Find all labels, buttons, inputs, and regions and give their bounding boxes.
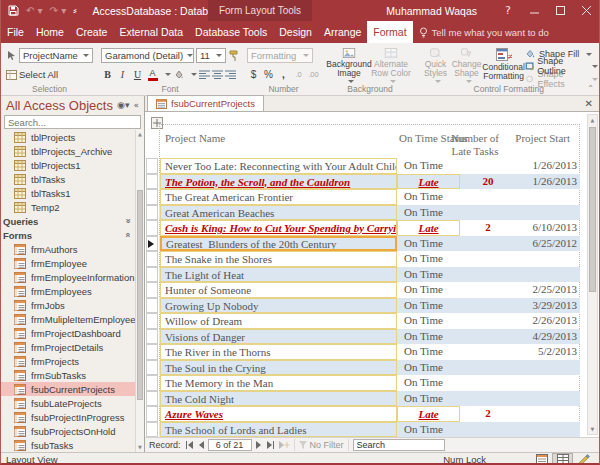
cell-on-time-status[interactable]: Late xyxy=(397,174,460,190)
customize-qat-icon[interactable]: ⸗ xyxy=(73,6,76,16)
font-size-combo[interactable]: 11 xyxy=(196,48,226,63)
cell-late-tasks[interactable] xyxy=(460,298,516,314)
record-selector[interactable] xyxy=(146,375,158,391)
cell-project-start[interactable] xyxy=(516,205,578,221)
table-row[interactable]: Never Too Late: Reconnecting with Your A… xyxy=(159,158,580,174)
menu-tab-design[interactable]: Design xyxy=(273,21,318,43)
cell-on-time-status[interactable]: On Time xyxy=(397,360,460,376)
cell-on-time-status[interactable]: On Time xyxy=(397,158,460,174)
form-scrollbar[interactable]: ▲ ▼ xyxy=(587,114,598,435)
maximize-button[interactable] xyxy=(547,0,573,21)
table-row[interactable]: The Cold NightOn Time xyxy=(159,391,580,407)
fill-color-icon[interactable] xyxy=(173,69,185,81)
menu-tab-create[interactable]: Create xyxy=(70,21,114,43)
scroll-thumb[interactable] xyxy=(589,127,596,292)
cell-project-name[interactable]: The Cold Night xyxy=(160,391,397,407)
cell-project-start[interactable] xyxy=(516,375,578,391)
record-selector[interactable] xyxy=(146,298,158,314)
sidebar-item-frmprojects[interactable]: frmProjects xyxy=(1,354,144,368)
table-row[interactable]: The Great American FrontierOn Time xyxy=(159,189,580,205)
table-row[interactable]: The Snake in the ShoresOn Time xyxy=(159,251,580,267)
cell-on-time-status[interactable]: On Time xyxy=(397,267,460,283)
font-name-combo[interactable]: Garamond (Detail) xyxy=(101,48,194,63)
close-button[interactable] xyxy=(573,0,599,21)
sidebar-item-tblprojects1[interactable]: tblProjects1 xyxy=(1,158,144,172)
cell-project-name[interactable]: The Light of Heat xyxy=(160,267,397,283)
sidebar-item-frmemployeeinformation[interactable]: frmEmployeeInformation xyxy=(1,270,144,284)
menu-tab-format[interactable]: Format xyxy=(367,21,412,43)
cell-project-name[interactable]: Greatest Blunders of the 20th Century xyxy=(160,236,397,252)
cell-late-tasks[interactable] xyxy=(460,282,516,298)
previous-record-button[interactable] xyxy=(198,441,204,449)
menu-tab-database-tools[interactable]: Database Tools xyxy=(189,21,273,43)
sidebar-item-tblprojects[interactable]: tblProjects xyxy=(1,130,144,144)
cell-on-time-status[interactable]: On Time xyxy=(397,375,460,391)
record-selector[interactable] xyxy=(146,313,158,329)
background-image-button[interactable]: Background Image xyxy=(328,46,370,83)
cell-on-time-status[interactable]: On Time xyxy=(397,282,460,298)
sidebar-item-frmsubtasks[interactable]: frmSubTasks xyxy=(1,368,144,382)
cell-late-tasks[interactable] xyxy=(460,205,516,221)
cell-project-name[interactable]: Never Too Late: Reconnecting with Your A… xyxy=(160,158,397,174)
sidebar-item-frmjobs[interactable]: frmJobs xyxy=(1,298,144,312)
cell-project-name[interactable]: Visions of Danger xyxy=(160,329,397,345)
align-center-icon[interactable] xyxy=(212,70,223,79)
cell-project-name[interactable]: The Memory in the Man xyxy=(160,375,397,391)
conditional-formatting-button[interactable]: ≠ Conditional Formatting xyxy=(482,46,525,83)
table-row[interactable]: The Light of HeatOn Time xyxy=(159,267,580,283)
cell-late-tasks[interactable] xyxy=(460,375,516,391)
layout-view-button[interactable] xyxy=(552,453,573,465)
chevron-down-icon[interactable] xyxy=(165,73,171,76)
cell-on-time-status[interactable]: On Time xyxy=(397,189,460,205)
sidebar-item-tbltasks[interactable]: tblTasks xyxy=(1,172,144,186)
cell-project-name[interactable]: The Great American Frontier xyxy=(160,189,397,205)
close-tab-icon[interactable]: ✕ xyxy=(585,99,593,109)
sidebar-item-frmemployee[interactable]: frmEmployee xyxy=(1,256,144,270)
cell-project-start[interactable]: 6/25/2012 xyxy=(516,236,578,252)
cell-late-tasks[interactable] xyxy=(460,344,516,360)
align-right-icon[interactable] xyxy=(225,70,236,79)
cell-project-start[interactable]: 5/2/2013 xyxy=(516,344,578,360)
cell-late-tasks[interactable] xyxy=(460,360,516,376)
sidebar-item-fsublateprojects[interactable]: fsubLateProjects xyxy=(1,396,144,410)
column-header-project-name[interactable]: Project Name xyxy=(165,132,225,145)
sidebar-item-frmmulipleitememployee[interactable]: frmMulipleItemEmployee xyxy=(1,312,144,326)
align-left-icon[interactable] xyxy=(199,70,210,79)
cell-on-time-status[interactable]: Late xyxy=(397,406,460,422)
cell-late-tasks[interactable] xyxy=(460,313,516,329)
scroll-down-icon[interactable]: ▼ xyxy=(136,443,144,452)
cell-project-name[interactable]: Cash is King: How to Cut Your Spending b… xyxy=(160,220,397,236)
nav-pane-menu-icon[interactable]: ◉▾ xyxy=(117,100,129,110)
form-view-button[interactable] xyxy=(531,453,552,465)
record-search-input[interactable] xyxy=(353,439,445,451)
percent-format-button[interactable]: % xyxy=(262,67,275,82)
cell-project-start[interactable]: 3/29/2013 xyxy=(516,298,578,314)
column-header-late-tasks[interactable]: Number of Late Tasks xyxy=(444,132,506,158)
cell-project-start[interactable] xyxy=(516,406,578,422)
menu-tab-file[interactable]: File xyxy=(1,21,30,43)
record-selector[interactable] xyxy=(146,158,158,174)
record-selector[interactable] xyxy=(146,360,158,376)
sidebar-item-frmauthors[interactable]: frmAuthors xyxy=(1,242,144,256)
cell-late-tasks[interactable] xyxy=(460,251,516,267)
cell-on-time-status[interactable]: On Time xyxy=(397,391,460,407)
italic-button[interactable]: I xyxy=(116,67,129,82)
cell-project-start[interactable] xyxy=(516,422,578,438)
cell-project-start[interactable] xyxy=(516,360,578,376)
design-view-button[interactable] xyxy=(573,453,594,465)
column-header-project-start[interactable]: Project Start xyxy=(502,132,570,145)
cell-on-time-status[interactable]: On Time xyxy=(397,205,460,221)
record-selector[interactable] xyxy=(146,422,158,438)
table-row[interactable]: The School of Lords and LadiesOn Time xyxy=(159,422,580,438)
sidebar-item-frmprojectdetails[interactable]: frmProjectDetails xyxy=(1,340,144,354)
cell-late-tasks[interactable] xyxy=(460,267,516,283)
format-painter-icon[interactable] xyxy=(228,50,239,62)
cell-on-time-status[interactable]: Late xyxy=(397,220,460,236)
sidebar-item-frmprojectdashboard[interactable]: frmProjectDashboard xyxy=(1,326,144,340)
currency-format-button[interactable]: $ xyxy=(247,67,260,82)
cell-on-time-status[interactable]: On Time xyxy=(397,236,460,252)
record-selector[interactable] xyxy=(146,174,158,190)
cell-late-tasks[interactable] xyxy=(460,422,516,438)
cell-late-tasks[interactable]: 20 xyxy=(460,174,516,190)
tell-me-box[interactable]: Tell me what you want to do xyxy=(413,21,555,43)
